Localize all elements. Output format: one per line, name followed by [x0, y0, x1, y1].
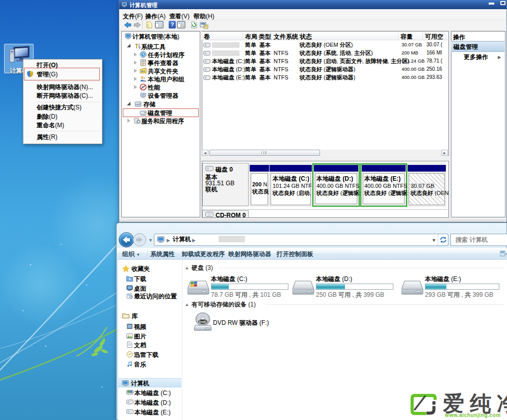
svg-text:DVD: DVD	[199, 320, 207, 324]
svg-text:www.aichunjing.com: www.aichunjing.com	[444, 412, 501, 418]
svg-text:爱纯净: 爱纯净	[442, 391, 507, 415]
